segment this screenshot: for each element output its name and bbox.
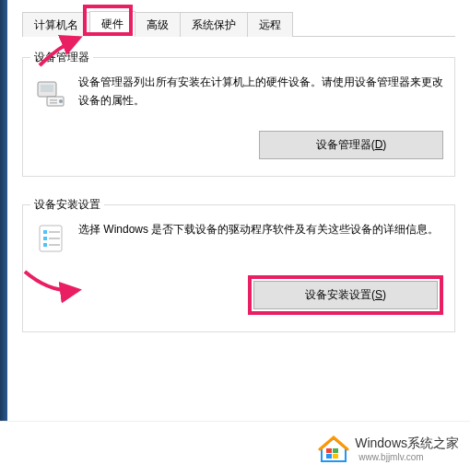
svg-rect-13	[326, 448, 332, 453]
watermark-strip: Windows系统之家 www.bjjmlv.com	[0, 421, 470, 476]
svg-rect-15	[326, 454, 332, 459]
svg-rect-10	[49, 238, 60, 239]
svg-rect-8	[49, 231, 60, 233]
device-manager-button-label: 设备管理器(D)	[316, 138, 387, 151]
device-manager-button[interactable]: 设备管理器(D)	[259, 131, 443, 159]
svg-rect-5	[50, 102, 57, 104]
watermark-url: www.bjjmlv.com	[358, 452, 459, 462]
tab-hardware[interactable]: 硬件	[89, 11, 135, 37]
annotation-arrow-button	[23, 266, 88, 307]
watermark-brand: Windows系统之家	[355, 435, 459, 452]
tab-computer-name[interactable]: 计算机名	[22, 12, 90, 37]
groupbox-title-device-manager: 设备管理器	[30, 50, 93, 65]
svg-rect-12	[49, 244, 60, 246]
device-manager-description: 设备管理器列出所有安装在计算机上的硬件设备。请使用设备管理器来更改设备的属性。	[78, 73, 443, 110]
tab-remote[interactable]: 远程	[247, 12, 293, 37]
groupbox-device-install: 设备安装设置 选择 Windows 是否下载设备的驱动程序软件及有关这些设备的详…	[22, 204, 455, 332]
device-install-button-label: 设备安装设置(S)	[305, 288, 386, 301]
window-left-edge	[0, 0, 7, 476]
tab-strip: 计算机名 硬件 高级 系统保护 远程	[22, 11, 455, 37]
svg-point-3	[59, 99, 63, 103]
windows-house-icon	[318, 435, 349, 463]
device-manager-icon	[34, 75, 67, 108]
svg-rect-7	[43, 230, 47, 234]
groupbox-device-manager: 设备管理器 设备管理器列出所有安装在计算机上的硬件设备。请使用设备管理器来更改设…	[22, 57, 455, 177]
svg-rect-1	[41, 85, 53, 92]
groupbox-title-device-install: 设备安装设置	[30, 197, 104, 213]
checklist-icon	[34, 222, 67, 255]
svg-rect-16	[333, 454, 338, 459]
svg-rect-4	[50, 99, 57, 101]
svg-rect-14	[333, 448, 338, 453]
tab-advanced[interactable]: 高级	[135, 12, 181, 37]
device-install-description: 选择 Windows 是否下载设备的驱动程序软件及有关这些设备的详细信息。	[78, 220, 443, 255]
annotation-highlight-button: 设备安装设置(S)	[248, 275, 443, 315]
svg-rect-9	[43, 237, 47, 240]
system-properties-dialog: 计算机名 硬件 高级 系统保护 远程 设备管理器 设备管理器列出所有安装在计算机…	[7, 0, 470, 421]
tab-system-protection[interactable]: 系统保护	[180, 12, 248, 37]
device-install-settings-button[interactable]: 设备安装设置(S)	[253, 281, 438, 309]
watermark-logo: Windows系统之家 www.bjjmlv.com	[318, 435, 459, 463]
svg-rect-11	[43, 243, 47, 247]
